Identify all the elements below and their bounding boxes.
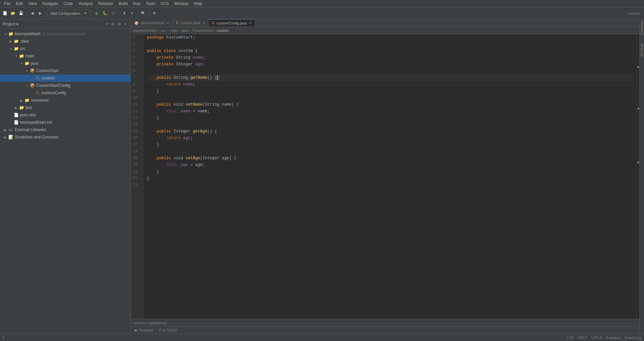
toolbar-sep-4 [118,10,119,17]
tree-item-resources[interactable]: ▶ 📁 resources [0,97,130,104]
breadcrumb-customstart[interactable]: CustomStart [193,29,213,33]
tab-custom-java[interactable]: C custom.java ✕ [173,19,209,26]
gutter-23: 23 [133,182,142,188]
code-line-3: public class custom { [147,48,634,54]
sidebar-tree: ▾ 📁 twomyselfstart D:\workSpace\twomysel… [0,29,130,334]
add-configuration-button[interactable]: Add Configuration... ▾ [48,9,90,17]
code-line-1: package CustomStart; [147,34,634,41]
menu-view[interactable]: View [25,1,40,7]
breadcrumb-main[interactable]: main [170,29,178,33]
line-numbers: 1 2 3 4 5 6 7 8 9 10 11 12 13 14 15 16 1… [131,34,144,319]
tab-close-customconfig-java[interactable]: ✕ [249,21,252,25]
sidebar-actions: ⟳ ⊟ ⚙ ✕ [105,21,128,27]
gutter-22: 22 [133,175,142,182]
toolbar-sep-5 [138,10,138,17]
tree-item-idea[interactable]: ▶ 📁 .idea [0,38,130,45]
tree-item-customstart[interactable]: ▾ 📦 CustomStart [0,67,130,74]
tab-twomyselfstart[interactable]: 🏠 twomyselfstart ✕ [131,19,173,26]
tab-customconfig-java[interactable]: C customConfig.java ✕ [209,19,255,26]
tree-item-twomyselfstart[interactable]: ▾ 📁 twomyselfstart D:\workSpace\twomysel… [0,30,130,38]
tree-arrow-src: ▾ [8,47,13,51]
tree-item-custom[interactable]: C custom [0,74,130,82]
encoding[interactable]: UTF-8 [591,336,602,340]
forward-button[interactable]: ▶ [37,10,44,17]
event-log-button[interactable]: Event Log [625,336,641,340]
tree-item-pomxml[interactable]: 📄 pom.xml [0,111,130,119]
menu-tools[interactable]: Tools [143,1,158,7]
tree-arrow-java: ▾ [19,62,24,65]
new-file-button[interactable]: 📄 [1,10,9,17]
menu-window[interactable]: Window [171,1,191,7]
code-content[interactable]: package CustomStart; public class custom… [144,34,637,319]
editor-wrapper: 🏠 twomyselfstart ✕ C custom.java ✕ C cus… [131,19,639,334]
settings-button[interactable]: ⚙ [151,10,158,17]
run-button[interactable]: ▶ [93,10,101,17]
debug-button[interactable]: 🐛 [101,10,109,17]
breadcrumb: twomyselfstart › src › main › java › Cus… [131,27,639,34]
tree-item-customstartconfig[interactable]: ▾ 📦 CustomStartConfig [0,82,130,89]
tree-item-main[interactable]: ▾ 📁 main [0,52,130,60]
source-root-icon: 📁 [24,61,30,66]
code-editor[interactable]: 1 2 3 4 5 6 7 8 9 10 11 12 13 14 15 16 1… [131,34,639,319]
vcs-update-button[interactable]: ⬆ [120,10,128,17]
menu-analyze[interactable]: Analyze [76,1,96,7]
menu-code[interactable]: Code [61,1,76,7]
tree-label-java: java [31,61,38,66]
tree-arrow-customstartconfig: ▾ [24,84,30,88]
code-line-7: public String getName() {| [147,74,634,81]
menu-run[interactable]: Run [130,1,143,7]
tree-item-src[interactable]: ▾ 📁 src [0,45,130,52]
search-everywhere-button[interactable]: 🔍 [140,10,147,17]
tree-label-scratches: Scratches and Consoles [15,135,58,139]
run-with-coverage-button[interactable]: 🛡 [109,10,117,17]
breadcrumb-java[interactable]: java [182,29,189,33]
ant-build-panel-button[interactable]: Ant Build [640,43,644,57]
menu-navigate[interactable]: Navigate [40,1,61,7]
tree-item-scratches[interactable]: ▶ 📝 Scratches and Consoles [0,133,130,141]
breadcrumb-src[interactable]: src [161,29,166,33]
folder-icon-resources: 📁 [24,98,30,103]
tab-close-twomyselfstart[interactable]: ✕ [166,21,169,25]
statusbar-right: 7:30 CRLF UTF-8 4 spaces Event Log [567,336,641,340]
menu-help[interactable]: Help [191,1,205,7]
tree-arrow-scratches: ▶ [3,135,8,139]
class-icon-custom: C [35,76,40,80]
sync-files-button[interactable]: ⟳ [105,21,109,27]
breadcrumb-sep-2: › [167,29,169,33]
xml-icon-pomxml: 📄 [13,113,19,117]
open-button[interactable]: 📂 [9,10,17,17]
warning-marker-1 [638,66,639,68]
menu-vcs[interactable]: VCS [158,1,172,7]
right-sidebar: Database Ant Build [639,19,644,334]
menu-refactor[interactable]: Refactor [96,1,116,7]
commit-button[interactable]: ✔ [128,10,136,17]
tree-item-java[interactable]: ▾ 📁 java [0,60,130,67]
sidebar-close-button[interactable]: ✕ [123,21,128,27]
tree-item-iml[interactable]: 📄 twomyselfstart.iml [0,119,130,126]
tree-item-customconfig[interactable]: C customConfig [0,89,130,97]
save-button[interactable]: 💾 [17,10,25,17]
gutter-20: 20 [133,162,142,168]
todo-tab[interactable]: ☑ 6: TODO [156,327,180,334]
code-line-21: } [147,168,634,175]
collapse-all-button[interactable]: ⊟ [111,21,115,27]
menu-file[interactable]: File [1,1,13,7]
tree-item-test[interactable]: ▶ 📁 test [0,104,130,111]
sidebar-settings-button[interactable]: ⚙ [117,21,122,27]
tree-arrow-main: ▾ [13,54,19,58]
menu-edit[interactable]: Edit [13,1,25,7]
tab-close-custom-java[interactable]: ✕ [202,21,205,25]
gutter-8: 8 [133,81,142,88]
line-separator[interactable]: CRLF [578,336,588,340]
add-config-label: Add Configuration... [51,11,83,15]
menu-build[interactable]: Build [116,1,130,7]
breadcrumb-twomyselfstart[interactable]: twomyselfstart [133,29,157,33]
code-line-22: } [147,175,634,182]
sidebar-dropdown-arrow[interactable]: ▾ [16,22,18,26]
database-panel-button[interactable]: Database [640,21,644,35]
back-button[interactable]: ◀ [29,10,36,17]
tree-item-external-libraries[interactable]: ▶ 🗂 External Libraries [0,126,130,133]
terminal-tab[interactable]: ▶ Terminal [132,327,156,334]
indent-info[interactable]: 4 spaces [606,336,621,340]
tab-label-customconfig-java: customConfig.java [216,21,247,25]
